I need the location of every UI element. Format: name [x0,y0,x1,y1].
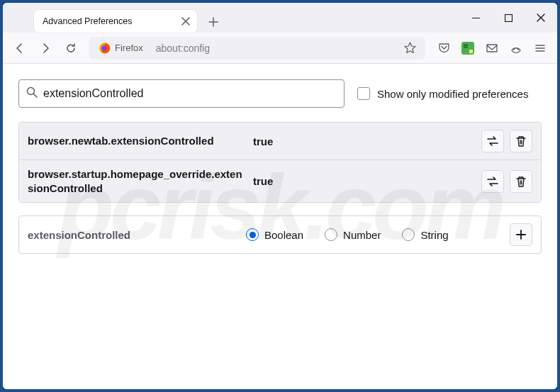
pref-name: browser.newtab.extensionControlled [28,134,247,148]
prefs-list: browser.newtab.extensionControlled true … [18,122,542,203]
maximize-button[interactable] [492,3,525,33]
pref-name: browser.startup.homepage_override.extens… [28,167,247,195]
close-window-button[interactable] [525,3,557,33]
toolbar-right [432,37,551,60]
toggle-button[interactable] [481,130,504,152]
url-text: about:config [152,43,398,54]
mail-button[interactable] [481,37,503,60]
only-modified-label: Show only modified preferences [377,88,528,100]
delete-button[interactable] [510,130,532,152]
reload-button[interactable] [60,37,82,60]
extension-button[interactable] [457,37,479,60]
toggle-button[interactable] [481,170,504,193]
search-input[interactable] [43,87,337,100]
forward-button[interactable] [34,37,57,60]
pref-row: browser.startup.homepage_override.extens… [19,160,541,202]
radio-icon [246,228,259,241]
minimize-button[interactable] [459,3,492,33]
add-pref-name: extensionControlled [28,229,240,241]
firefox-logo-icon [99,43,111,54]
radio-label: String [420,229,448,241]
trash-icon [515,135,527,147]
only-modified-checkbox[interactable]: Show only modified preferences [357,87,528,100]
radio-boolean[interactable]: Boolean [246,228,303,241]
page-content: Show only modified preferences browser.n… [3,64,557,389]
identity-label: Firefox [115,43,143,53]
url-bar[interactable]: Firefox about:config [89,37,425,60]
pref-value: true [253,135,476,147]
app-menu-button[interactable] [529,37,551,60]
account-button[interactable] [505,37,527,60]
radio-label: Number [343,229,381,241]
svg-point-2 [102,45,107,50]
pocket-button[interactable] [432,37,455,60]
add-button[interactable] [510,223,532,246]
radio-icon [325,228,337,241]
toggle-icon [486,135,499,147]
tab-title: Advanced Preferences [43,16,174,26]
radio-string[interactable]: String [402,228,448,241]
radio-label: Boolean [264,229,303,241]
pref-row: browser.newtab.extensionControlled true [19,123,541,160]
radio-icon [402,228,415,241]
new-tab-button[interactable] [203,11,224,33]
delete-button[interactable] [510,170,532,193]
window-controls [459,3,557,33]
checkbox-icon [357,87,370,100]
search-row: Show only modified preferences [18,79,542,108]
type-radio-group: Boolean Number String [246,228,504,241]
radio-number[interactable]: Number [325,228,381,241]
svg-rect-0 [505,14,512,21]
plus-icon [515,229,527,240]
pref-actions [481,170,532,193]
add-pref-row: extensionControlled Boolean Number Strin… [18,215,542,254]
close-tab-icon[interactable] [180,16,191,27]
identity-box[interactable]: Firefox [95,41,150,55]
search-box[interactable] [18,79,345,108]
browser-window: Advanced Preferences [3,3,557,389]
search-icon [26,86,38,101]
tab-active[interactable]: Advanced Preferences [34,10,197,33]
tab-bar: Advanced Preferences [3,3,557,33]
back-button[interactable] [9,37,31,60]
trash-icon [515,176,527,187]
pref-actions [481,130,532,152]
toggle-icon [486,175,499,188]
pref-value: true [253,175,476,187]
bookmark-star-button[interactable] [400,38,420,58]
nav-bar: Firefox about:config [3,33,557,64]
